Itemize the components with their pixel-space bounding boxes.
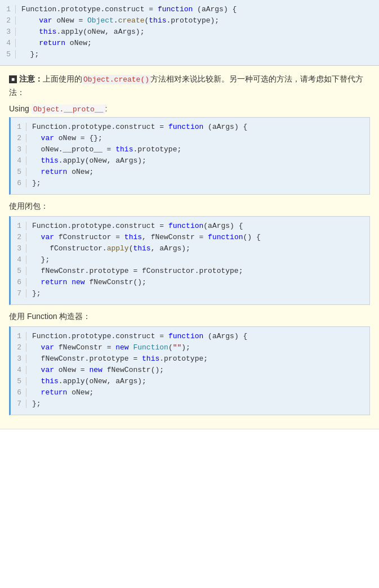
line-number: 5 bbox=[11, 267, 26, 275]
code-line: 7 }; bbox=[11, 399, 369, 410]
line-number: 5 bbox=[11, 168, 26, 176]
code-content: Function.prototype.construct = function … bbox=[32, 123, 247, 131]
line-number: 1 bbox=[11, 222, 26, 230]
line-number: 4 bbox=[11, 366, 26, 374]
code-line: 3 fConstructor.apply(this, aArgs); bbox=[11, 244, 369, 255]
line-number: 4 bbox=[11, 156, 26, 165]
code-line-3: 3 this.apply(oNew, aArgs); bbox=[0, 27, 379, 38]
top-code-container: 1 Function.prototype.construct = functio… bbox=[0, 0, 379, 66]
code-line-5: 5 }; bbox=[0, 50, 379, 61]
code-content: }; bbox=[32, 179, 41, 187]
code-line: 5 fNewConstr.prototype = fConstructor.pr… bbox=[11, 266, 369, 277]
line-number: 4 bbox=[0, 39, 16, 47]
code-line: 3 fNewConstr.prototype = this.prototype; bbox=[11, 354, 369, 365]
code-content: var oNew = new fNewConstr(); bbox=[32, 366, 164, 374]
code-block-function-constructor: 1 Function.prototype.construct = functio… bbox=[9, 326, 370, 415]
code-line-1: 1 Function.prototype.construct = functio… bbox=[0, 5, 379, 16]
line-number: 6 bbox=[11, 388, 26, 397]
line-number: 3 bbox=[11, 354, 26, 363]
code-content: fNewConstr.prototype = fConstructor.prot… bbox=[32, 267, 243, 275]
note-label: 注意： bbox=[19, 74, 43, 83]
using-proto-label: Using Object.__proto__: bbox=[9, 104, 370, 114]
line-number: 2 bbox=[11, 233, 26, 241]
code-line: 2 var fNewConstr = new Function(""); bbox=[11, 343, 369, 354]
line-number: 5 bbox=[11, 377, 26, 385]
line-number: 2 bbox=[11, 343, 26, 352]
code-line: 6 return new fNewConstr(); bbox=[11, 277, 369, 289]
code-block-proto: 1 Function.prototype.construct = functio… bbox=[9, 117, 370, 195]
code-content: fConstructor.apply(this, aArgs); bbox=[32, 244, 190, 253]
line-number: 7 bbox=[11, 400, 26, 408]
section-function-constructor-label: 使用 Function 构造器： bbox=[9, 312, 370, 322]
line-number: 7 bbox=[11, 289, 26, 298]
code-line-4: 4 return oNew; bbox=[0, 38, 379, 50]
code-line: 1 Function.prototype.construct = functio… bbox=[11, 221, 369, 232]
note-box: ■注意：上面使用的Object.create()方法相对来说比较新。另一种可选的… bbox=[0, 66, 379, 429]
code-line: 5 this.apply(oNew, aArgs); bbox=[11, 376, 369, 388]
code-content: }; bbox=[32, 400, 41, 408]
code-line: 5 return oNew; bbox=[11, 167, 369, 178]
code-content: var fConstructor = this, fNewConstr = fu… bbox=[32, 233, 261, 241]
code-content: Function.prototype.construct = function … bbox=[21, 5, 237, 14]
using-proto-code: Object.__proto__ bbox=[32, 105, 105, 114]
section-closure-label: 使用闭包： bbox=[9, 201, 370, 212]
note-icon: ■ bbox=[9, 75, 17, 83]
code-content: this.apply(oNew, aArgs); bbox=[32, 377, 146, 385]
line-number: 3 bbox=[11, 244, 26, 253]
code-line: 4 var oNew = new fNewConstr(); bbox=[11, 365, 369, 376]
code-line: 1 Function.prototype.construct = functio… bbox=[11, 122, 369, 133]
code-content: fNewConstr.prototype = this.prototype; bbox=[32, 354, 208, 363]
code-content: return oNew; bbox=[32, 168, 93, 176]
code-line: 3 oNew.__proto__ = this.prototype; bbox=[11, 145, 369, 156]
line-number: 3 bbox=[0, 28, 16, 36]
code-content: this.apply(oNew, aArgs); bbox=[21, 28, 144, 36]
code-content: var oNew = {}; bbox=[32, 134, 102, 142]
line-number: 1 bbox=[11, 332, 26, 340]
code-line: 6 }; bbox=[11, 178, 369, 190]
note-text: ■注意：上面使用的Object.create()方法相对来说比较新。另一种可选的… bbox=[9, 73, 370, 98]
code-content: }; bbox=[21, 50, 39, 59]
code-content: var fNewConstr = new Function(""); bbox=[32, 343, 190, 352]
code-line: 6 return oNew; bbox=[11, 388, 369, 399]
code-content: return new fNewConstr(); bbox=[32, 278, 146, 286]
code-content: }; bbox=[32, 289, 41, 298]
code-line: 2 var oNew = {}; bbox=[11, 133, 369, 145]
code-content: return oNew; bbox=[21, 39, 92, 47]
code-line: 4 }; bbox=[11, 255, 369, 266]
line-number: 5 bbox=[0, 50, 16, 59]
code-content: var oNew = Object.create(this.prototype)… bbox=[21, 16, 219, 25]
line-number: 3 bbox=[11, 145, 26, 154]
code-line: 7 }; bbox=[11, 289, 369, 300]
code-content: Function.prototype.construct = function … bbox=[32, 332, 247, 340]
code-block-closure: 1 Function.prototype.construct = functio… bbox=[9, 216, 370, 305]
line-number: 6 bbox=[11, 278, 26, 286]
code-line: 1 Function.prototype.construct = functio… bbox=[11, 331, 369, 343]
code-line: 4 this.apply(oNew, aArgs); bbox=[11, 156, 369, 167]
code-content: this.apply(oNew, aArgs); bbox=[32, 156, 146, 165]
line-number: 4 bbox=[11, 255, 26, 264]
code-content: return oNew; bbox=[32, 388, 93, 397]
line-number: 2 bbox=[0, 16, 16, 25]
line-number: 1 bbox=[11, 123, 26, 131]
code-content: oNew.__proto__ = this.prototype; bbox=[32, 145, 181, 154]
code-content: Function.prototype.construct = function(… bbox=[32, 222, 243, 230]
code-line-2: 2 var oNew = Object.create(this.prototyp… bbox=[0, 16, 379, 27]
code-line: 2 var fConstructor = this, fNewConstr = … bbox=[11, 232, 369, 244]
line-number: 6 bbox=[11, 179, 26, 187]
code-content: }; bbox=[32, 255, 50, 264]
line-number: 1 bbox=[0, 5, 16, 14]
line-number: 2 bbox=[11, 134, 26, 142]
